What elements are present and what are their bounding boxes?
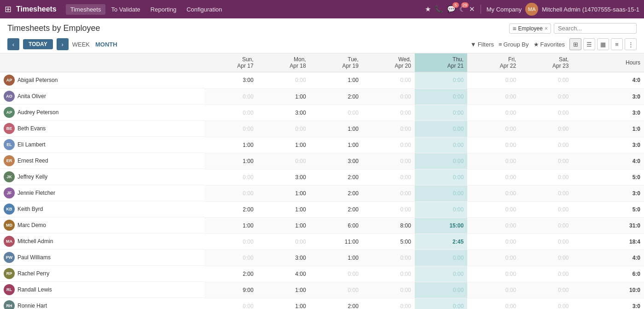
cell-wed[interactable]: 0:00 [362, 282, 415, 298]
cell-thu[interactable]: 0:00 [415, 105, 467, 121]
menu-timesheets[interactable]: Timesheets [66, 4, 106, 15]
grid-icon[interactable]: ⊞ [5, 4, 12, 14]
cell-name[interactable]: ELEli Lambert [0, 137, 204, 153]
cell-wed[interactable]: 0:00 [362, 72, 415, 89]
avatar[interactable]: MA [525, 3, 538, 16]
cell-sun[interactable]: 9:00 [204, 282, 257, 298]
cell-mon[interactable]: 0:00 [257, 153, 310, 169]
grid-view-button[interactable]: ⊞ [569, 38, 581, 50]
cell-sat[interactable]: 0:00 [520, 217, 572, 233]
cell-tue[interactable]: 0:00 [310, 282, 362, 298]
cell-mon[interactable]: 1:00 [257, 217, 310, 233]
cell-sun[interactable]: 1:00 [204, 217, 257, 233]
cell-wed[interactable]: 0:00 [362, 250, 415, 266]
cell-sun[interactable]: 3:00 [204, 72, 257, 89]
chart-view-button[interactable]: ▦ [597, 38, 609, 50]
cell-name[interactable]: JFJennie Fletcher [0, 185, 204, 201]
cell-thu[interactable]: 0:00 [415, 88, 467, 105]
cell-fri[interactable]: 0:00 [467, 105, 520, 121]
cell-sat[interactable]: 0:00 [520, 250, 572, 266]
cell-fri[interactable]: 0:00 [467, 72, 520, 89]
cell-name[interactable]: APAudrey Peterson [0, 105, 204, 121]
cell-fri[interactable]: 0:00 [467, 185, 520, 201]
cell-sat[interactable]: 0:00 [520, 169, 572, 185]
cell-tue[interactable]: 2:00 [310, 298, 362, 309]
cell-sun[interactable]: 0:00 [204, 185, 257, 201]
today-button[interactable]: TODAY [23, 39, 53, 49]
cell-sun[interactable]: 1:00 [204, 153, 257, 169]
cell-sun[interactable]: 0:00 [204, 233, 257, 250]
cell-wed[interactable]: 0:00 [362, 298, 415, 309]
cell-name[interactable]: RHRonnie Hart [0, 298, 204, 309]
cell-tue[interactable]: 2:00 [310, 88, 362, 105]
cell-fri[interactable]: 0:00 [467, 250, 520, 266]
menu-configuration[interactable]: Configuration [182, 4, 226, 15]
cell-sat[interactable]: 0:00 [520, 88, 572, 105]
favorites-button[interactable]: ★ Favorites [534, 41, 565, 48]
cell-name[interactable]: BEBeth Evans [0, 121, 204, 137]
cell-tue[interactable]: 2:00 [310, 185, 362, 201]
cell-tue[interactable]: 0:00 [310, 105, 362, 121]
cell-fri[interactable]: 0:00 [467, 88, 520, 105]
cell-fri[interactable]: 0:00 [467, 282, 520, 298]
close-icon[interactable]: ✕ [469, 5, 475, 13]
cell-name[interactable]: JKJeffrey Kelly [0, 169, 204, 185]
cell-tue[interactable]: 1:00 [310, 121, 362, 137]
cell-name[interactable]: KBKeith Byrd [0, 201, 204, 217]
cell-fri[interactable]: 0:00 [467, 153, 520, 169]
cell-wed[interactable]: 0:00 [362, 88, 415, 105]
cell-mon[interactable]: 1:00 [257, 201, 310, 217]
menu-to-validate[interactable]: To Validate [106, 4, 145, 15]
cell-thu[interactable]: 2:45 [415, 233, 467, 250]
prev-button[interactable]: ‹ [7, 38, 19, 50]
cell-mon[interactable]: 0:00 [257, 72, 310, 89]
cell-sat[interactable]: 0:00 [520, 72, 572, 89]
cell-thu[interactable]: 0:00 [415, 298, 467, 309]
cell-fri[interactable]: 0:00 [467, 266, 520, 282]
cell-fri[interactable]: 0:00 [467, 298, 520, 309]
cell-mon[interactable]: 1:00 [257, 298, 310, 309]
cell-mon[interactable]: 3:00 [257, 250, 310, 266]
cell-name[interactable]: RPRachel Perry [0, 266, 204, 282]
cell-tue[interactable]: 2:00 [310, 201, 362, 217]
cell-sun[interactable]: 2:00 [204, 266, 257, 282]
cell-fri[interactable]: 0:00 [467, 121, 520, 137]
cell-mon[interactable]: 0:00 [257, 121, 310, 137]
more-view-button[interactable]: ⋮ [625, 38, 637, 50]
month-label[interactable]: MONTH [95, 41, 117, 48]
cell-wed[interactable]: 0:00 [362, 169, 415, 185]
cell-tue[interactable]: 1:00 [310, 250, 362, 266]
cell-mon[interactable]: 1:00 [257, 282, 310, 298]
cell-thu[interactable]: 0:00 [415, 72, 467, 89]
cell-wed[interactable]: 0:00 [362, 266, 415, 282]
cell-name[interactable]: ERErnest Reed [0, 153, 204, 169]
cell-mon[interactable]: 1:00 [257, 185, 310, 201]
table-view-button[interactable]: ≡ [611, 38, 623, 50]
cell-sat[interactable]: 0:00 [520, 121, 572, 137]
cell-sun[interactable]: 2:00 [204, 201, 257, 217]
cell-wed[interactable]: 0:00 [362, 153, 415, 169]
cell-fri[interactable]: 0:00 [467, 233, 520, 250]
phone-icon[interactable]: 📞 [435, 5, 443, 13]
company-name[interactable]: My Company [487, 6, 522, 13]
cell-sat[interactable]: 0:00 [520, 105, 572, 121]
list-view-button[interactable]: ☰ [583, 38, 595, 50]
cell-fri[interactable]: 0:00 [467, 137, 520, 153]
search-input[interactable] [554, 23, 637, 34]
cell-sun[interactable]: 0:00 [204, 105, 257, 121]
cell-fri[interactable]: 0:00 [467, 201, 520, 217]
filters-button[interactable]: ▼ Filters [470, 41, 494, 48]
cell-tue[interactable]: 6:00 [310, 217, 362, 233]
next-button[interactable]: › [57, 38, 69, 50]
cell-tue[interactable]: 1:00 [310, 137, 362, 153]
cell-mon[interactable]: 3:00 [257, 105, 310, 121]
cell-sat[interactable]: 0:00 [520, 201, 572, 217]
cell-fri[interactable]: 0:00 [467, 169, 520, 185]
username[interactable]: Mitchell Admin (14707555-saas-15-1 [542, 6, 639, 13]
cell-sat[interactable]: 0:00 [520, 266, 572, 282]
chat-icon[interactable]: 💬 5 [447, 5, 456, 13]
groupby-button[interactable]: ≡ Group By [499, 41, 529, 48]
week-label[interactable]: WEEK [72, 41, 90, 48]
cell-mon[interactable]: 0:00 [257, 233, 310, 250]
cell-sat[interactable]: 0:00 [520, 298, 572, 309]
